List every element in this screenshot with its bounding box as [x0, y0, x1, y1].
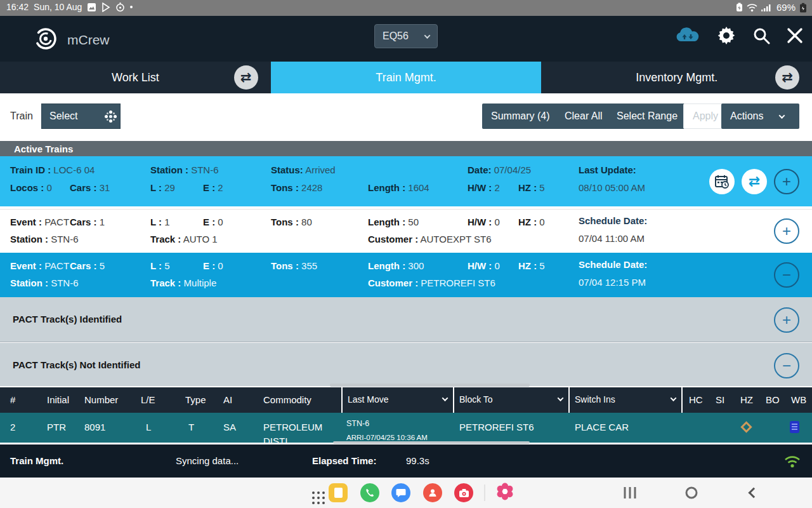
schedule-calendar-button[interactable]: [709, 169, 735, 194]
messages-app-icon[interactable]: [391, 483, 410, 502]
column-divider: [681, 387, 683, 413]
empty-field: E : 2: [203, 182, 223, 193]
hazmat-diamond-icon: [740, 421, 752, 432]
pact-not-identified-collapse-button[interactable]: −: [774, 353, 799, 378]
app-drawer-icon[interactable]: [312, 491, 315, 494]
horizontal-scrollbar[interactable]: [330, 384, 530, 387]
station-field: Station : STN-6: [10, 277, 79, 288]
home-button[interactable]: [686, 487, 698, 499]
summary-button[interactable]: Summary (4): [482, 104, 558, 129]
actions-dropdown[interactable]: Actions: [721, 104, 799, 129]
gallery-app-icon[interactable]: [495, 482, 514, 504]
elapsed-time-label: Elapsed Time:: [312, 455, 376, 466]
app-header: mCrew EQ56: [0, 16, 812, 62]
chevron-down-icon[interactable]: [558, 395, 564, 401]
search-icon[interactable]: [752, 27, 770, 47]
tab-work-list[interactable]: Work List ⇄: [0, 62, 271, 93]
swap-arrows-icon[interactable]: ⇄: [234, 65, 258, 90]
status-left: 16:42 Sun, 10 Aug: [6, 2, 133, 12]
col-last-move-dropdown[interactable]: Last Move: [348, 394, 389, 404]
empty-field: E : 0: [203, 260, 223, 271]
recents-button[interactable]: [624, 487, 636, 498]
customer-field: Customer : PETROREFI ST6: [368, 277, 495, 288]
cloud-sync-icon[interactable]: [675, 26, 700, 48]
select-range-button[interactable]: Select Range: [608, 104, 686, 129]
tab-train-mgmt[interactable]: Train Mgmt.: [271, 62, 542, 93]
tab-bar: Work List ⇄ Train Mgmt. Inventory Mgmt. …: [0, 62, 812, 93]
horizontal-scrollbar[interactable]: [333, 441, 530, 444]
close-icon[interactable]: [787, 27, 803, 46]
swap-arrows-icon[interactable]: ⇄: [775, 65, 799, 90]
train-summary-row[interactable]: Train ID : LOC-6 04 Station : STN-6 Stat…: [0, 156, 812, 208]
battery-icon: [799, 3, 807, 13]
train-swap-button[interactable]: ⇄: [742, 169, 767, 194]
station-field: Station : STN-6: [10, 234, 79, 244]
loaded-field: L : 29: [150, 182, 175, 193]
chevron-down-icon[interactable]: [671, 395, 677, 401]
train-id-field: Train ID : LOC-6 04: [10, 164, 95, 175]
hw-field: H/W : 2: [468, 182, 500, 193]
loaded-field: L : 1: [150, 217, 170, 227]
clear-all-button[interactable]: Clear All: [556, 104, 612, 129]
tons-field: Tons : 355: [271, 260, 317, 271]
loaded-field: L : 5: [150, 260, 170, 271]
android-status-bar: 16:42 Sun, 10 Aug 69%: [0, 0, 812, 16]
event-expand-button[interactable]: +: [774, 218, 799, 244]
event-collapse-button[interactable]: −: [774, 262, 799, 288]
station-field: Station : STN-6: [150, 164, 219, 175]
chevron-down-icon: [779, 112, 785, 119]
event-row-collapsed[interactable]: Event : PACT Cars : 1 L : 1 E : 0 Tons :…: [0, 209, 812, 253]
active-trains-title: Active Trains: [14, 144, 73, 154]
hz-field: HZ : 5: [518, 182, 545, 193]
schedule-date-value: 07/04 12:15 PM: [579, 277, 646, 288]
footer-screen-name: Train Mgmt.: [10, 455, 63, 466]
col-si: SI: [716, 394, 724, 405]
train-select-value: Select: [49, 110, 77, 122]
car-le: L: [146, 422, 151, 432]
customer-field: Customer : AUTOEXPT ST6: [368, 234, 492, 244]
chevron-down-icon[interactable]: [442, 395, 449, 401]
last-update-label: Last Update:: [579, 164, 636, 175]
col-hz: HZ: [740, 394, 753, 405]
sync-status: Syncing data...: [176, 455, 239, 466]
schedule-date-value: 07/04 11:00 AM: [579, 233, 645, 244]
car-number: 8091: [84, 422, 105, 432]
hz-field: HZ : 5: [518, 260, 545, 271]
phone-app-icon[interactable]: [360, 483, 379, 502]
track-field: Track : Multiple: [150, 277, 216, 288]
locos-field: Locos : 0: [10, 182, 52, 193]
schedule-date-label: Schedule Date:: [579, 215, 647, 226]
col-block-to-dropdown[interactable]: Block To: [459, 394, 493, 404]
col-le: L/E: [141, 394, 155, 405]
notes-app-icon[interactable]: [329, 483, 348, 502]
filter-bar: Train Select Summary (4) Clear All Selec…: [0, 93, 812, 141]
pact-identified-expand-button[interactable]: +: [774, 307, 799, 333]
status-date: Sun, 10 Aug: [34, 2, 82, 12]
tons-field: Tons : 2428: [271, 182, 322, 193]
waybill-document-icon[interactable]: [790, 421, 799, 433]
event-row-expanded[interactable]: Event : PACT Cars : 5 L : 5 E : 0 Tons :…: [0, 253, 812, 297]
car-last-move-station: STN-6: [346, 419, 369, 428]
car-table-row[interactable]: 2 PTR 8091 L T SA PETROLEUM DISTI STN-6 …: [0, 413, 812, 443]
event-field: Event : PACT: [10, 260, 69, 271]
train-expand-button[interactable]: +: [774, 169, 799, 194]
active-trains-section-bar: Active Trains: [0, 141, 812, 156]
back-button[interactable]: [750, 489, 757, 497]
dock-divider: [485, 485, 485, 501]
camera-app-icon[interactable]: [454, 483, 473, 502]
cars-field: Cars : 5: [70, 260, 105, 271]
tons-field: Tons : 80: [271, 217, 312, 227]
tab-inventory-mgmt[interactable]: Inventory Mgmt. ⇄: [541, 62, 812, 93]
pact-identified-section[interactable]: PACT Track(s) Identified +: [0, 297, 812, 342]
screen: 16:42 Sun, 10 Aug 69%: [0, 0, 812, 508]
settings-gear-icon[interactable]: [717, 26, 736, 48]
train-select-dropdown[interactable]: Select: [41, 104, 121, 129]
col-wb: WB: [791, 394, 806, 405]
pact-not-identified-section[interactable]: PACT Track(s) Not Identified −: [0, 343, 812, 386]
car-type: T: [188, 422, 194, 432]
contacts-app-icon[interactable]: [423, 483, 442, 502]
status-field: Status: Arrived: [271, 164, 336, 175]
loading-spinner-icon: [109, 115, 112, 118]
col-switch-ins-dropdown[interactable]: Switch Ins: [575, 394, 615, 404]
equipment-selector-dropdown[interactable]: EQ56: [374, 24, 438, 48]
